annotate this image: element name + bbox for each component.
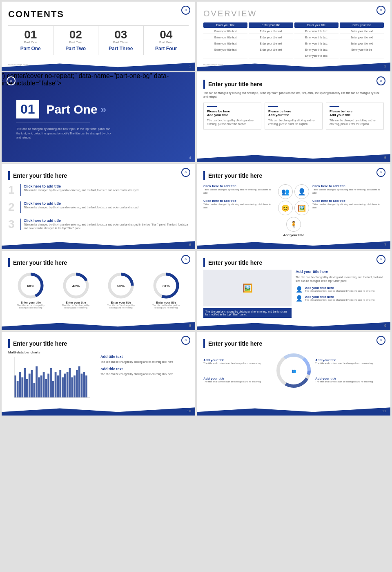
center-label: Add your title [278,233,309,237]
num-content-1: Click here to add title Title can be cha… [20,184,189,196]
slide4-heading: Enter your title here [208,81,262,87]
logo-2: ⊙ [376,6,385,15]
ov-r5c1 [203,54,247,58]
person-icon-1: 👤 [296,286,303,293]
svg-rect-21 [36,366,38,398]
ov-r3c2: Enter your title text [249,41,293,46]
circ-right-2: Add your title The title and content can… [315,377,384,383]
icon-right-1-title: Click here to add title [312,184,384,188]
slide10: ⊙ Enter your title here Add your title T… [197,332,390,416]
svg-rect-17 [26,379,28,398]
page-num-6: 7 [384,243,386,247]
svg-rect-23 [40,375,42,398]
add-body-1: The title can be changed by clicking and… [100,360,189,364]
icon-smile: 😊 [278,201,293,215]
wave-bottom-7 [2,321,195,330]
slide5: ⊙ Enter your title here 1 Click here to … [2,164,195,249]
wave-bottom-2 [197,62,390,71]
ov-r2c1: Enter your title text [203,35,247,40]
logo-8: ⊙ [376,255,385,264]
ov-r5c2 [249,54,293,58]
box-2: Please be here Add your title Title can … [265,103,323,130]
svg-rect-22 [38,378,40,398]
ov-r1c2: Enter your title text [249,29,293,34]
icon-center: 👥 👤 😊 🖼️ 🧍 Add your title [278,184,309,237]
icon-left-2-body: Titles can be changed by clicking and re… [203,203,275,210]
ov-r1c1: Enter your title text [203,29,247,34]
svg-text:81%: 81% [163,284,170,288]
part-num-1: 01 [11,29,51,40]
box-3: Please be here Add your title Title can … [326,103,384,130]
logo-1: ⊙ [181,6,190,15]
svg-text:50%: 50% [117,284,125,288]
donut-item-1: 43% Enter your title The title can be ch… [60,271,91,309]
three-boxes: Please be here Add your title Title can … [203,103,384,130]
num-item-3: 3 Click here to add title Title can be c… [8,219,189,230]
slide4-header: Enter your title here [203,80,384,89]
slide9: ⊙ Enter your title here Multi-data bar c… [2,332,195,416]
part-label-3: Part Three [101,46,141,51]
slide6-header: Enter your title here [203,171,384,180]
slides-grid: ⊙ CONTENTS 01 Part One Part One 02 Part … [0,0,392,417]
num-content-3: Click here to add title Title can be cha… [20,219,189,230]
logo-6: ⊙ [376,168,385,177]
box-3-body: Title can be changed by clicking and re-… [330,118,380,126]
circular-diagram: Add your title The title and content can… [203,352,384,389]
svg-rect-37 [74,375,76,398]
part-one-content: 01 Part One » Title can be changed by cl… [8,80,189,152]
icon-people: 👥 [278,184,293,199]
num-title-1: Click here to add title [24,184,189,188]
icon-left-2-title: Click here to add title [203,199,275,203]
person-content-2: Add your title here The title and conten… [305,295,374,301]
donut-item-0: 68% Enter your title The title can be ch… [16,271,46,309]
url-1: www.xxxxppt.com [8,63,28,66]
circ-right-1-body: The title and content can be changed and… [315,362,384,364]
svg-rect-24 [43,372,45,398]
slide-part-one: ') center/cover no-repeat;" data-name="p… [2,72,195,162]
page-num-8: 9 [384,324,386,328]
add-title-1: Add title text [100,355,189,359]
icon-right-1: Click here to add title Titles can be ch… [312,184,384,195]
slide4: ⊙ Enter your title here Title can be cha… [197,72,390,162]
svg-rect-42 [85,375,87,398]
slide6: ⊙ Enter your title here Click here to ad… [197,164,390,249]
person-2: 👤 Add your title here The title and cont… [296,295,384,302]
slide-contents: ⊙ CONTENTS 01 Part One Part One 02 Part … [2,2,195,71]
icon-person: 🧍 [286,217,301,232]
part-label-4: Part Four [146,46,187,51]
logo-9: ⊙ [181,336,190,345]
slide5-heading: Enter your title here [13,172,67,179]
box-2-line [268,106,278,107]
contents-grid: 01 Part One Part One 02 Part Two Part Tw… [8,25,189,55]
num-title-2: Click here to add title [24,201,189,206]
svg-rect-31 [59,370,61,398]
bar-chart-right: Add title text The title can be changed … [100,351,189,403]
svg-rect-30 [57,375,59,398]
box-1: Please be here Add your title Title can … [203,103,261,130]
wave-bottom-10 [197,407,390,416]
ov-r2c3: Enter your title text [294,35,339,40]
icon-user: 👤 [294,184,309,199]
ov-r5c3: Enter your title text [294,54,339,58]
svg-rect-25 [45,379,47,398]
num-body-3: Title can be changed by dl cking and re-… [24,223,189,230]
circ-right-2-body: The title and content can be changed and… [315,380,384,383]
slide10-heading: Enter your title here [208,340,262,347]
part-one-num: 01 [16,100,39,118]
slide4-sub: Title can be changed by clicking and new… [203,91,384,98]
ov-r1c3: Enter your title text [294,29,339,34]
overview-title: OVERVIEW [203,9,384,18]
icon-add-title-wrap: 🧍 Add your title [278,217,309,237]
add-title-2: Add title text [100,367,189,371]
circ-left-2: Add your title The title and content can… [203,377,272,383]
part-sub-3: Part Three [101,40,141,44]
donut-item-3: 81% Enter your title The title can be ch… [151,271,181,309]
svg-rect-26 [47,374,49,398]
svg-rect-39 [78,366,80,398]
part-one-header: 01 Part One » [16,100,180,118]
logo-7: ⊙ [181,255,190,264]
svg-rect-14 [19,372,21,398]
page-num-9: 10 [187,409,191,413]
svg-rect-19 [31,370,33,398]
logo-5: ⊙ [181,168,190,177]
